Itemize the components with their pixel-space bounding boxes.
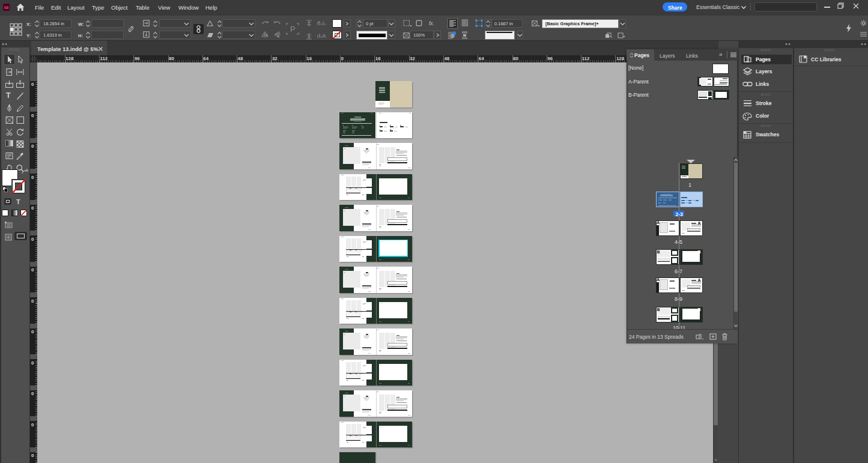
svg-text:Id: Id <box>4 5 8 10</box>
